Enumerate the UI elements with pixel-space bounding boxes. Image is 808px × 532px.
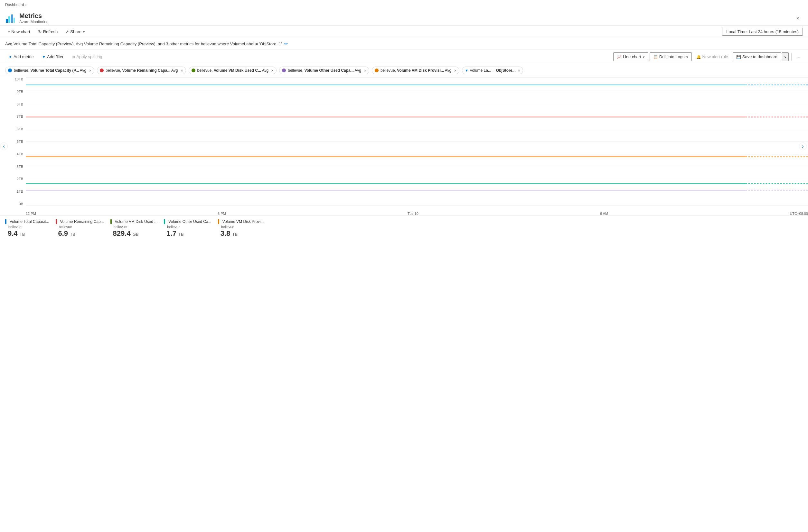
legend-3-value: 829.4 GB [113,229,158,238]
top-toolbar: + New chart ↻ Refresh ↗ Share ∨ Local Ti… [0,26,808,38]
add-metric-icon: ✦ [8,54,12,59]
save-chevron-button[interactable]: ∨ [782,53,789,61]
legend-2-unit: TB [70,232,75,237]
metric-5-color-icon [375,69,379,72]
save-to-dashboard-label: Save to dashboard [742,54,777,59]
line-chart-button[interactable]: 📈 Line chart ∨ [613,53,648,61]
metric-5-close[interactable]: ✕ [454,69,457,72]
legend-2-server: bellevue [59,225,104,229]
metric-4-label: bellevue, Volume Other Used Capa... Avg [288,68,361,73]
share-label: Share [70,29,81,34]
metric-3-close[interactable]: ✕ [271,69,274,72]
legend-5-unit: TB [232,232,238,237]
metric-tag-2: bellevue, Volume Remaining Capa... Avg ✕ [97,66,186,74]
metric-tag-3: bellevue, Volume VM Disk Used C... Avg ✕ [189,66,277,74]
metric-2-close[interactable]: ✕ [181,69,183,72]
add-filter-button[interactable]: ▼ Add filter [39,53,67,61]
app-subtitle: Azure Monitoring [19,20,49,24]
y-label-4tb: 4TB [17,152,23,156]
refresh-icon: ↻ [38,29,42,34]
y-label-2tb: 2TB [17,177,23,181]
drill-into-logs-button[interactable]: 📋 Drill into Logs ∨ [649,53,692,61]
legend-5-server: bellevue [221,225,264,229]
metric-1-color-icon [8,69,12,72]
metric-3-color-icon [191,69,196,72]
chart-controls: ✦ Add metric ▼ Add filter ⊞ Apply splitt… [0,50,808,64]
legend: Volume Total Capacit... bellevue 9.4 TB … [0,215,808,241]
legend-1-value: 9.4 TB [8,229,49,238]
close-button[interactable]: × [792,13,803,23]
drill-logs-icon: 📋 [653,55,658,59]
new-alert-rule-button[interactable]: 🔔 New alert rule [693,53,731,61]
legend-5-name: Volume VM Disk Provi... [218,219,264,224]
svg-rect-2 [11,15,13,23]
chart-svg [26,77,808,206]
legend-1-unit: TB [20,232,25,237]
metric-4-close[interactable]: ✕ [364,69,366,72]
y-label-3tb: 3TB [17,165,23,169]
new-chart-button[interactable]: + New chart [5,28,33,35]
legend-item-2: Volume Remaining Cap... bellevue 6.9 TB [56,219,104,238]
refresh-button[interactable]: ↻ Refresh [35,28,60,36]
metric-tag-4: bellevue, Volume Other Used Capa... Avg … [279,66,369,74]
legend-1-color [5,219,6,224]
y-label-1tb: 1TB [17,189,23,193]
metric-tag-5: bellevue, Volume VM Disk Provisi... Avg … [372,66,459,74]
add-metric-label: Add metric [14,54,34,59]
metric-4-color-icon [282,69,286,72]
more-options-button[interactable]: ... [794,53,803,61]
legend-3-unit: GB [133,232,139,237]
y-label-7tb: 7TB [17,114,23,118]
breadcrumb[interactable]: Dashboard › [0,0,808,10]
legend-4-server: bellevue [167,225,211,229]
filter-icon: ▼ [465,69,469,72]
metric-2-label: bellevue, Volume Remaining Capa... Avg [106,68,178,73]
filter-op: = [493,68,495,73]
app-icon [5,13,16,23]
legend-4-value: 1.7 TB [166,229,211,238]
filter-close[interactable]: ✕ [518,69,520,72]
legend-2-value: 6.9 TB [58,229,104,238]
chart-controls-right: 📈 Line chart ∨ 📋 Drill into Logs ∨ 🔔 New… [613,53,803,61]
y-label-0b: 0B [19,202,23,206]
legend-3-name: Volume VM Disk Used ... [110,219,158,224]
share-button[interactable]: ↗ Share ∨ [63,28,88,35]
breadcrumb-link[interactable]: Dashboard [5,3,24,7]
time-range-button[interactable]: Local Time: Last 24 hours (15 minutes) [722,28,803,36]
metric-tags-bar: bellevue, Volume Total Capacity (P... Av… [0,64,808,77]
legend-4-name: Volume Other Used Ca... [164,219,211,224]
grid-line-10 [26,206,808,206]
save-to-dashboard-button[interactable]: 💾 Save to dashboard [733,53,781,61]
legend-3-server: bellevue [114,225,158,229]
chart-area: ‹ › 10TB 9TB 8TB 7TB 6TB 5TB 4TB 3TB 2TB… [0,77,808,215]
metric-2-color-icon [100,69,104,72]
chart-controls-left: ✦ Add metric ▼ Add filter ⊞ Apply splitt… [5,53,106,61]
legend-item-4: Volume Other Used Ca... bellevue 1.7 TB [164,219,211,238]
drill-logs-chevron: ∨ [686,55,688,59]
metric-1-close[interactable]: ✕ [89,69,91,72]
divider [791,53,792,61]
apply-splitting-button[interactable]: ⊞ Apply splitting [69,53,105,61]
edit-icon[interactable]: ✏ [284,41,288,46]
save-icon: 💾 [736,55,741,59]
x-axis: 12 PM 6 PM Tue 10 6 AM UTC+08:00 [26,212,808,215]
legend-5-color [218,219,219,224]
add-metric-button[interactable]: ✦ Add metric [5,53,37,61]
app-header: Metrics Azure Monitoring × [0,10,808,26]
refresh-label: Refresh [43,29,58,34]
apply-splitting-label: Apply splitting [76,54,102,59]
header-left: Metrics Azure Monitoring [5,12,49,24]
line-chart-chevron: ∨ [643,55,645,59]
y-label-9tb: 9TB [17,90,23,94]
metric-3-label: bellevue, Volume VM Disk Used C... Avg [197,68,269,73]
metric-1-label: bellevue, Volume Total Capacity (P... Av… [14,68,86,73]
legend-item-5: Volume VM Disk Provi... bellevue 3.8 TB [218,219,264,238]
chart-title-bar: Avg Volume Total Capacity (Preview), Avg… [0,38,808,50]
legend-4-unit: TB [178,232,184,237]
legend-3-color [110,219,112,224]
x-label-6pm: 6 PM [218,212,226,215]
legend-1-name: Volume Total Capacit... [5,219,49,224]
y-label-5tb: 5TB [17,139,23,144]
svg-rect-1 [8,16,10,23]
x-label-12pm: 12 PM [26,212,36,215]
